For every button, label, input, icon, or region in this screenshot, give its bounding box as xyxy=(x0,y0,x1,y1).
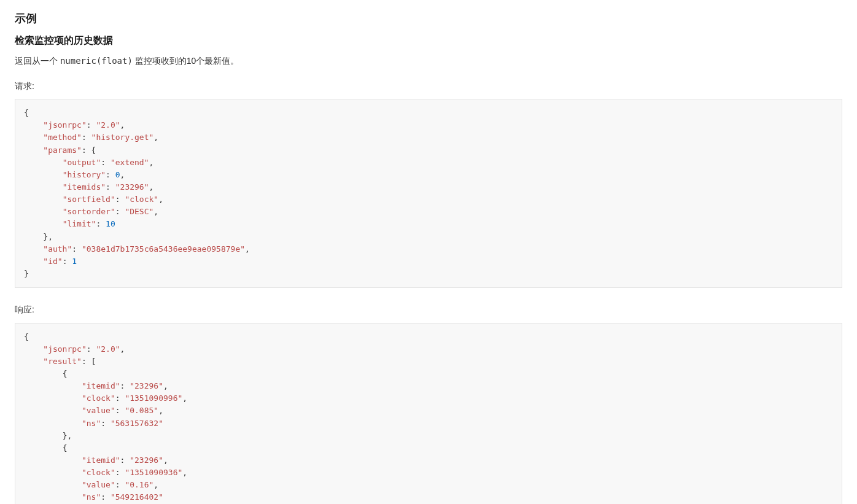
response-code-block: { "jsonrpc": "2.0", "result": [ { "itemi… xyxy=(15,323,842,504)
request-label: 请求: xyxy=(15,79,842,93)
sub-heading: 检索监控项的历史数据 xyxy=(15,33,842,48)
response-label: 响应: xyxy=(15,303,842,316)
desc-prefix: 返回从一个 xyxy=(15,56,60,66)
desc-mono: numeric(float) xyxy=(60,56,133,66)
request-code-block: { "jsonrpc": "2.0", "method": "history.g… xyxy=(15,99,842,288)
section-heading: 示例 xyxy=(15,10,842,28)
description: 返回从一个 numeric(float) 监控项收到的10个最新值。 xyxy=(15,54,842,68)
desc-suffix: 监控项收到的10个最新值。 xyxy=(133,56,239,66)
